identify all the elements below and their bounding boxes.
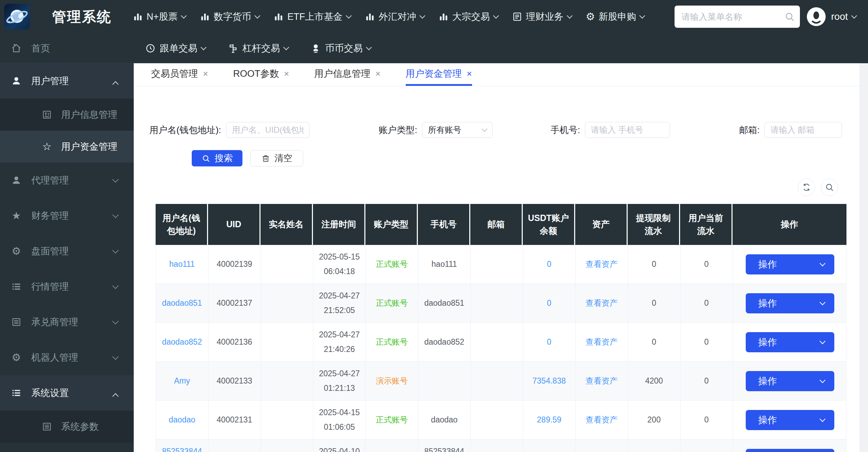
sidebar-submenu-user: 用户信息管理 ☆ 用户资金管理 [0,99,134,163]
table-tools [798,179,838,196]
current-flow-cell: 0 [680,284,733,322]
menu-search [675,6,800,28]
row-action-button[interactable]: 操作 [746,449,834,452]
row-action-button[interactable]: 操作 [746,293,834,313]
chevron-down-icon [482,126,488,132]
uid-cell: 40002139 [208,245,261,283]
usdt-balance-link[interactable]: 0 [547,296,552,310]
menu-item-etf[interactable]: ETF上市基金 [273,10,351,23]
view-assets-link[interactable]: 查看资产 [586,257,618,271]
close-icon[interactable]: × [375,69,380,78]
chevron-down-icon [201,44,207,50]
scrollbar[interactable] [860,63,868,452]
usdt-balance-link[interactable]: 0 [547,257,552,271]
chevron-down-icon [366,44,372,50]
bar-chart-icon [200,11,210,22]
phone-cell: daodao [418,401,471,439]
account-type-select[interactable]: 所有账号 [422,122,493,138]
avatar[interactable] [806,7,826,27]
menu-item-block-trade[interactable]: 大宗交易 [438,10,498,23]
table-header-cell: 资产 [575,204,628,245]
username-link[interactable]: 85253384495 [160,444,204,452]
usdt-balance-link[interactable]: 0 [547,335,552,349]
clear-button[interactable]: 清空 [250,150,303,166]
email-filter-input[interactable] [764,122,842,138]
menu-item-forex[interactable]: 外汇对冲 [365,10,424,23]
refresh-button[interactable] [798,179,815,196]
subnav-copy-trading[interactable]: 跟单交易 [145,42,206,55]
sidebar-item-agent-management[interactable]: 代理管理 [0,163,134,198]
chevron-down-icon [493,13,499,19]
tab-trader-management[interactable]: 交易员管理 × [151,63,208,86]
username-link[interactable]: daodao [169,413,196,427]
uid-cell: 40002136 [208,323,261,361]
chevron-down-icon [819,260,825,266]
subnav-margin-trading[interactable]: 杠杆交易 [228,42,288,55]
sidebar-item-robot-management[interactable]: ⚙ 机器人管理 [0,340,134,375]
tab-user-info-management[interactable]: 用户信息管理 × [314,63,380,86]
sidebar-item-user-funds[interactable]: ☆ 用户资金管理 [0,131,134,163]
close-icon[interactable]: × [467,69,472,78]
username-link[interactable]: hao111 [169,257,195,271]
search-button[interactable]: 搜索 [192,150,242,166]
sidebar-item-quotes-management[interactable]: 行情管理 [0,269,134,304]
account-type-cell: 正式账号 [366,323,418,361]
email-cell [471,439,523,452]
username-link[interactable]: Amy [174,374,190,388]
gear-icon: ⚙ [586,11,595,22]
view-assets-link[interactable]: 查看资产 [586,296,618,310]
sidebar-item-label: 代理管理 [31,174,69,187]
chevron-up-icon [112,81,118,87]
real-name-cell [261,323,313,361]
user-menu[interactable]: root [831,11,856,22]
menu-item-ipo[interactable]: ⚙ 新股申购 [586,10,644,23]
tab-user-funds-management[interactable]: 用户资金管理 × [406,63,472,86]
menu-item-crypto[interactable]: 数字货币 [200,10,259,23]
close-icon[interactable]: × [203,69,208,78]
chevron-down-icon [851,13,857,19]
table-row: hao111 40002139 2025-05-15 06:04:18 正式账号… [156,245,846,284]
bar-chart-icon [438,11,449,22]
chevron-down-icon [420,13,425,19]
chevron-down-icon [112,318,118,324]
usdt-balance-link[interactable]: 289.59 [537,413,561,427]
table-row: daodao851 40002137 2025-04-27 21:52:05 正… [156,284,846,323]
close-icon[interactable]: × [284,69,289,78]
column-search-button[interactable] [821,179,838,196]
tab-root-params[interactable]: ROOT参数 × [233,63,289,86]
sidebar-item-market-board-management[interactable]: ⚙ 盘面管理 [0,233,134,269]
uid-cell: 40002128 [208,439,261,452]
subnav-spot-trading[interactable]: 币币交易 [311,42,371,55]
phone-filter-input[interactable] [585,122,670,138]
view-assets-link[interactable]: 查看资产 [586,413,618,427]
sidebar-item-label: 行情管理 [31,280,69,293]
chevron-down-icon [112,353,118,360]
document-text-icon [41,109,53,120]
sidebar-item-home[interactable]: 首页 [0,33,134,63]
menu-item-wealth[interactable]: 理财业务 [512,10,572,23]
sidebar-item-user-info[interactable]: 用户信息管理 [0,99,134,131]
sidebar-item-system-settings[interactable]: 系统设置 [0,375,134,411]
withdraw-limit-flow-cell: 200 [628,401,680,439]
search-button-label: 搜索 [215,152,233,164]
row-action-button[interactable]: 操作 [746,371,834,391]
table-header: 用户名(钱包地址) UID 实名姓名 注册时间 账户类型 手机号 邮箱 USDT… [156,204,846,245]
sidebar-item-user-management[interactable]: 用户管理 [0,63,134,99]
menu-item-nstock[interactable]: N+股票 [133,10,186,23]
sidebar-item-finance-management[interactable]: ★ 财务管理 [0,198,134,233]
star-filled-icon: ★ [10,211,22,221]
username-link[interactable]: daodao852 [162,335,202,349]
row-action-button[interactable]: 操作 [746,410,834,430]
menu-search-input[interactable] [675,6,800,28]
menu-item-label: ETF上市基金 [287,10,342,23]
username-filter-input[interactable] [226,122,309,138]
usdt-balance-link[interactable]: 7354.838 [532,374,566,388]
view-assets-link[interactable]: 查看资产 [586,374,618,388]
sidebar-item-acceptor-management[interactable]: 承兑商管理 [0,304,134,340]
row-action-button[interactable]: 操作 [746,254,834,274]
row-action-button[interactable]: 操作 [746,332,834,352]
subnav-item-label: 跟单交易 [160,42,197,55]
view-assets-link[interactable]: 查看资产 [586,335,618,349]
sidebar-item-system-params[interactable]: 系统参数 [0,411,134,443]
username-link[interactable]: daodao851 [162,296,202,310]
